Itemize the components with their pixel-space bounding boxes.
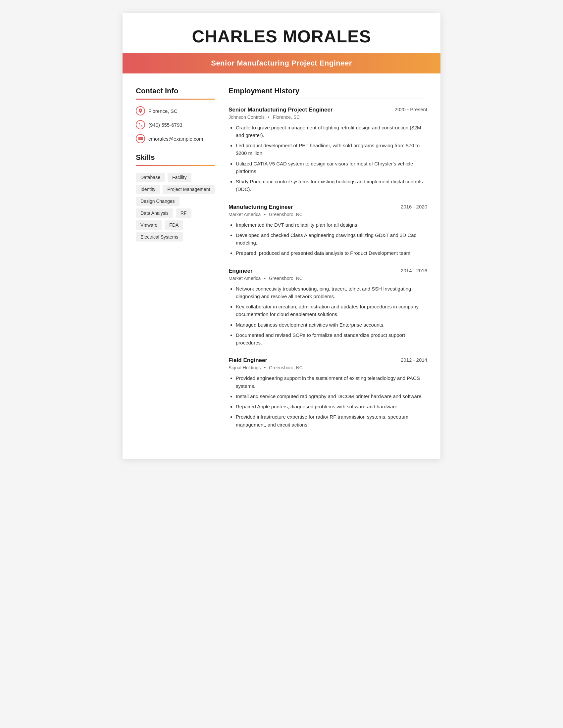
- job-header: Manufacturing Engineer2016 - 2020: [228, 204, 427, 210]
- list-item: Provided infrastructure expertise for ra…: [236, 413, 427, 429]
- list-item: Install and service computed radiography…: [236, 392, 427, 400]
- job-title-banner: Senior Manufacturing Project Engineer: [211, 59, 352, 67]
- skill-tag: Facility: [167, 173, 191, 182]
- contact-email: cmorales@example.com: [136, 134, 215, 143]
- job-company: Signal Holdings • Greensboro, NC: [228, 365, 427, 370]
- skill-tag: Database: [136, 173, 165, 182]
- list-item: Repaired Apple printers, diagnosed probl…: [236, 403, 427, 410]
- skill-tag: FDA: [164, 220, 183, 230]
- job-company: Johnson Controls • Florence, SC: [228, 114, 427, 120]
- skill-tag: Data Analysis: [136, 208, 173, 218]
- skill-tag: Design Changes: [136, 197, 179, 206]
- job-bullets: Cradle to grave project management of li…: [228, 124, 427, 193]
- job-bullets: Network connectivity troubleshooting, pi…: [228, 285, 427, 347]
- list-item: Study Pneumatic control systems for exis…: [236, 178, 427, 193]
- list-item: Documented and revised SOPs to formalize…: [236, 331, 427, 347]
- list-item: Implemented the DVT and reliability plan…: [236, 221, 427, 229]
- header-banner: Senior Manufacturing Project Engineer: [122, 53, 441, 73]
- contact-heading: Contact Info: [136, 87, 215, 95]
- list-item: Led product development of PET headliner…: [236, 142, 427, 157]
- job-title: Engineer: [228, 268, 253, 274]
- list-item: Key collaborator in creation, administra…: [236, 303, 427, 318]
- job-title: Manufacturing Engineer: [228, 204, 293, 210]
- resume-container: CHARLES MORALES Senior Manufacturing Pro…: [122, 13, 441, 459]
- employment-divider: [228, 99, 427, 99]
- contact-location: Florence, SC: [136, 106, 215, 115]
- candidate-name: CHARLES MORALES: [129, 26, 434, 46]
- email-text: cmorales@example.com: [148, 136, 203, 142]
- job-header: Engineer2014 - 2016: [228, 268, 427, 274]
- job-block: Field Engineer2012 - 2014Signal Holdings…: [228, 357, 427, 429]
- body-section: Contact Info Florence, SC: [122, 73, 441, 459]
- main-content: Employment History Senior Manufacturing …: [228, 87, 427, 439]
- list-item: Managed business development activities …: [236, 321, 427, 329]
- job-company: Market America • Greensboro, NC: [228, 276, 427, 281]
- skills-divider: [136, 165, 215, 166]
- job-header: Senior Manufacturing Project Engineer202…: [228, 107, 427, 113]
- jobs-container: Senior Manufacturing Project Engineer202…: [228, 107, 427, 429]
- skills-heading: Skills: [136, 153, 215, 162]
- job-dates: 2014 - 2016: [401, 268, 427, 273]
- sidebar: Contact Info Florence, SC: [136, 87, 215, 439]
- job-dates: 2016 - 2020: [401, 204, 427, 209]
- list-item: Utilized CATIA V5 CAD system to design c…: [236, 160, 427, 175]
- job-block: Engineer2014 - 2016Market America • Gree…: [228, 268, 427, 347]
- location-text: Florence, SC: [148, 108, 177, 114]
- contact-divider: [136, 99, 215, 100]
- list-item: Provided engineering support in the sust…: [236, 374, 427, 390]
- list-item: Developed and checked Class A engineerin…: [236, 231, 427, 247]
- job-dates: 2020 - Present: [395, 107, 427, 112]
- job-dates: 2012 - 2014: [401, 357, 427, 363]
- skills-section: Skills DatabaseFacilityIdentityProject M…: [136, 153, 215, 242]
- job-bullets: Provided engineering support in the sust…: [228, 374, 427, 429]
- list-item: Prepared, produced and presented data an…: [236, 249, 427, 257]
- phone-icon: [136, 120, 145, 129]
- location-icon: [136, 106, 145, 115]
- job-bullets: Implemented the DVT and reliability plan…: [228, 221, 427, 257]
- skill-tag: Identity: [136, 185, 160, 194]
- skill-tag: Vmware: [136, 220, 162, 230]
- skill-tag: Electrical Systems: [136, 232, 183, 242]
- job-block: Manufacturing Engineer2016 - 2020Market …: [228, 204, 427, 257]
- contact-phone: (940) 555-6793: [136, 120, 215, 129]
- employment-heading: Employment History: [228, 87, 427, 95]
- phone-text: (940) 555-6793: [148, 122, 182, 128]
- header-name-section: CHARLES MORALES: [122, 13, 441, 53]
- contact-section: Contact Info Florence, SC: [136, 87, 215, 143]
- job-title: Field Engineer: [228, 357, 267, 364]
- list-item: Cradle to grave project management of li…: [236, 124, 427, 139]
- job-company: Market America • Greensboro, NC: [228, 212, 427, 217]
- skill-tag: Project Management: [163, 185, 214, 194]
- job-block: Senior Manufacturing Project Engineer202…: [228, 107, 427, 193]
- list-item: Network connectivity troubleshooting, pi…: [236, 285, 427, 300]
- job-title: Senior Manufacturing Project Engineer: [228, 107, 333, 113]
- email-icon: [136, 134, 145, 143]
- skills-tags-container: DatabaseFacilityIdentityProject Manageme…: [136, 173, 215, 242]
- skill-tag: RF: [176, 208, 191, 218]
- job-header: Field Engineer2012 - 2014: [228, 357, 427, 364]
